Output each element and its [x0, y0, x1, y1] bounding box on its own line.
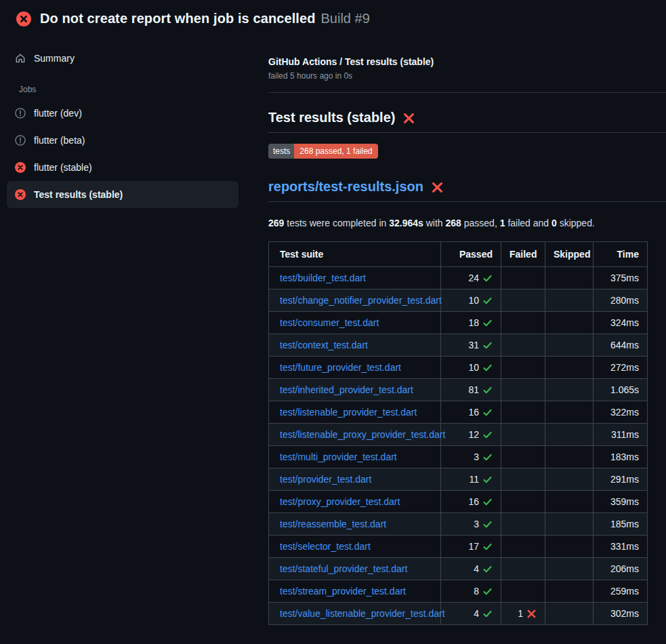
- results-summary-line: 269 tests were completed in 32.964s with…: [268, 218, 666, 228]
- skipped-cell: [545, 468, 594, 491]
- time-cell: 183ms: [594, 446, 648, 468]
- passed-value: 4: [474, 562, 479, 576]
- test-suite-link[interactable]: test/context_test.dart: [280, 340, 368, 350]
- skipped-cell: [545, 558, 594, 580]
- column-header-test-suite: Test suite: [269, 242, 441, 267]
- test-suite-link[interactable]: test/value_listenable_provider_test.dart: [280, 608, 445, 619]
- breadcrumb: GitHub Actions / Test results (stable): [268, 56, 666, 67]
- table-row: test/listenable_proxy_provider_test.dart…: [269, 424, 648, 446]
- time-cell: 644ms: [594, 334, 648, 357]
- column-header-skipped: Skipped: [545, 242, 594, 267]
- test-suite-link[interactable]: test/change_notifier_provider_test.dart: [280, 295, 442, 306]
- failed-cell: [501, 267, 545, 289]
- passed-value: 16: [468, 495, 479, 508]
- passed-cell: 3: [441, 446, 501, 468]
- table-row: test/change_notifier_provider_test.dart …: [269, 289, 648, 312]
- total-count: 269: [268, 218, 284, 228]
- table-header-row: Test suite Passed Failed Skipped Time: [269, 242, 648, 267]
- duration: 32.964s: [389, 218, 423, 228]
- test-suite-link[interactable]: test/future_provider_test.dart: [280, 362, 401, 373]
- summary-text: tests were completed in: [284, 218, 389, 228]
- check-icon: [482, 609, 493, 619]
- section-title: Test results (stable): [268, 110, 395, 125]
- test-suite-link[interactable]: test/multi_provider_test.dart: [280, 451, 397, 462]
- skipped-cell: [545, 357, 594, 379]
- run-header: Do not create report when job is cancell…: [0, 0, 666, 35]
- failed-cell: [501, 446, 545, 468]
- column-header-passed: Passed: [441, 242, 501, 267]
- main-content: GitHub Actions / Test results (stable) f…: [257, 35, 666, 625]
- passed-value: 12: [468, 428, 479, 441]
- passed-cell: 4: [441, 558, 501, 580]
- passed-cell: 3: [441, 513, 501, 536]
- test-suite-link[interactable]: test/inherited_provider_test.dart: [280, 384, 413, 395]
- time-cell: 259ms: [594, 580, 648, 603]
- passed-cell: 4: [441, 603, 501, 625]
- time-cell: 272ms: [594, 357, 648, 379]
- check-icon: [482, 475, 493, 485]
- passed-value: 10: [468, 294, 479, 307]
- failed-cell: [501, 558, 545, 580]
- test-suite-link[interactable]: test/proxy_provider_test.dart: [280, 496, 400, 507]
- check-icon: [482, 542, 493, 552]
- run-status-line: failed 5 hours ago in 0s: [268, 71, 666, 81]
- passed-cell: 12: [441, 424, 501, 446]
- passed-value: 17: [468, 540, 479, 553]
- skipped-cell: [545, 603, 594, 625]
- passed-cell: 31: [441, 334, 501, 357]
- alert-circle-icon: [15, 135, 26, 146]
- passed-cell: 81: [441, 379, 501, 401]
- table-row: test/inherited_provider_test.dart 81 1.0…: [269, 379, 648, 401]
- test-suite-link[interactable]: test/stateful_provider_test.dart: [280, 563, 407, 574]
- sidebar-item-test-results-stable[interactable]: Test results (stable): [7, 181, 238, 208]
- jobs-section-label: Jobs: [19, 85, 257, 94]
- job-label: Test results (stable): [34, 188, 123, 201]
- check-icon: [482, 385, 493, 395]
- failed-status-circle-icon: [16, 12, 31, 26]
- time-cell: 331ms: [594, 536, 648, 558]
- test-suite-link[interactable]: test/reassemble_test.dart: [280, 519, 386, 529]
- x-circle-icon: [15, 162, 26, 173]
- test-suite-link[interactable]: test/stream_provider_test.dart: [280, 586, 406, 597]
- passed-cell: 10: [441, 357, 501, 379]
- time-cell: 359ms: [594, 491, 648, 513]
- check-icon: [482, 318, 493, 328]
- report-heading: reports/test-results.json: [268, 179, 666, 202]
- check-icon: [482, 273, 493, 283]
- test-suite-link[interactable]: test/provider_test.dart: [280, 474, 371, 485]
- test-suite-link[interactable]: test/selector_test.dart: [280, 541, 371, 552]
- time-cell: 1.065s: [594, 379, 648, 401]
- skipped-cell: [545, 401, 594, 424]
- report-file-link[interactable]: reports/test-results.json: [268, 179, 423, 195]
- tests-status-badge[interactable]: tests 268 passed, 1 failed: [268, 144, 378, 159]
- table-row: test/context_test.dart 31 644ms: [269, 334, 648, 357]
- sidebar-item-flutter-dev[interactable]: flutter (dev): [7, 100, 238, 127]
- failed-cell: [501, 289, 545, 312]
- passed-count: 268: [446, 218, 461, 228]
- table-row: test/selector_test.dart 17 331ms: [269, 536, 648, 558]
- time-cell: 322ms: [594, 401, 648, 424]
- failed-cell: [501, 580, 545, 603]
- skipped-cell: [545, 513, 594, 536]
- passed-value: 11: [469, 472, 479, 486]
- test-suite-link[interactable]: test/consumer_test.dart: [280, 317, 379, 328]
- test-suite-link[interactable]: test/listenable_provider_test.dart: [280, 407, 417, 418]
- failed-cell: [501, 312, 545, 334]
- check-icon: [482, 564, 493, 574]
- build-number: Build #9: [321, 11, 370, 26]
- table-row: test/consumer_test.dart 18 324ms: [269, 312, 648, 334]
- test-suite-link[interactable]: test/listenable_proxy_provider_test.dart: [280, 429, 445, 440]
- sidebar-item-flutter-stable[interactable]: flutter (stable): [7, 154, 238, 181]
- sidebar: Summary Jobs flutter (dev) flutter (beta…: [0, 35, 257, 208]
- passed-cell: 10: [441, 289, 501, 312]
- skipped-cell: [545, 424, 594, 446]
- time-cell: 324ms: [594, 312, 648, 334]
- time-cell: 280ms: [594, 289, 648, 312]
- passed-value: 4: [474, 607, 479, 620]
- check-icon: [482, 586, 493, 597]
- time-cell: 206ms: [594, 558, 648, 580]
- time-cell: 311ms: [594, 424, 648, 446]
- sidebar-item-flutter-beta[interactable]: flutter (beta): [7, 127, 238, 154]
- sidebar-item-summary[interactable]: Summary: [7, 49, 238, 68]
- test-suite-link[interactable]: test/builder_test.dart: [280, 273, 366, 283]
